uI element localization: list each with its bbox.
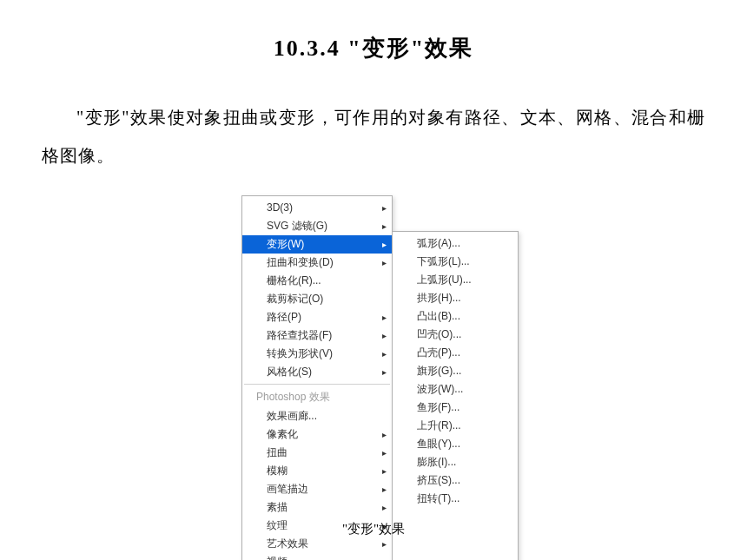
body-text-content: "变形"效果使对象扭曲或变形，可作用的对象有路径、文本、网格、混合和栅格图像。 [42,108,705,165]
menu-item[interactable]: 挤压(S)... [393,471,518,490]
menu-item[interactable]: 画笔描边 [242,480,392,498]
menu-item[interactable]: 下弧形(L)... [393,253,518,271]
figure-caption: "变形"效果 [0,521,747,537]
menu-item[interactable]: 栅格化(R)... [242,272,392,290]
menu-item[interactable]: 拱形(H)... [393,289,518,307]
menu-item[interactable]: 上升(R)... [393,417,518,435]
menu-item[interactable]: 像素化 [242,425,392,444]
menu-item[interactable]: 艺术效果 [242,535,392,553]
menu-item[interactable]: 裁剪标记(O) [242,290,392,308]
menu-item[interactable]: 路径查找器(F) [242,326,392,345]
page-title: 10.3.4 "变形"效果 [0,0,747,63]
menu-item[interactable]: 鱼眼(Y)... [393,435,518,453]
menu-item[interactable]: 鱼形(F)... [393,399,518,417]
menu-item[interactable]: 上弧形(U)... [393,271,518,289]
menu-item[interactable]: 膨胀(I)... [393,453,518,471]
menu-item[interactable]: 凸壳(P)... [393,344,518,362]
menu-item[interactable]: 旗形(G)... [393,362,518,380]
menu-item[interactable]: 扭转(T)... [393,490,518,508]
menu-item[interactable]: 变形(W) [242,235,392,254]
menu-screenshot: 3D(3)SVG 滤镜(G)变形(W)扭曲和变换(D)栅格化(R)...裁剪标记… [241,195,519,560]
body-paragraph: "变形"效果使对象扭曲或变形，可作用的对象有路径、文本、网格、混合和栅格图像。 [0,63,747,175]
menu-item[interactable]: 3D(3) [242,199,392,217]
menu-item[interactable]: 扭曲和变换(D) [242,254,392,272]
menu-item[interactable]: 风格化(S) [242,363,392,381]
menu-left-panel: 3D(3)SVG 滤镜(G)变形(W)扭曲和变换(D)栅格化(R)...裁剪标记… [241,195,393,560]
menu-item[interactable]: 效果画廊... [242,407,392,425]
menu-item[interactable]: 波形(W)... [393,380,518,399]
menu-item[interactable]: 路径(P) [242,308,392,326]
menu-right-panel: 弧形(A)...下弧形(L)...上弧形(U)...拱形(H)...凸出(B).… [392,231,519,560]
menu-item[interactable]: 转换为形状(V) [242,345,392,363]
menu-divider [244,384,390,385]
menu-item[interactable]: 视频 [242,553,392,560]
menu-item[interactable]: 弧形(A)... [393,234,518,253]
menu-item[interactable]: 素描 [242,498,392,517]
menu-item[interactable]: 凹壳(O)... [393,326,518,344]
menu-item[interactable]: SVG 滤镜(G) [242,217,392,235]
menu-section-label: Photoshop 效果 [242,387,392,407]
menu-item[interactable]: 凸出(B)... [393,307,518,326]
menu-item[interactable]: 扭曲 [242,444,392,462]
menu-item[interactable]: 模糊 [242,462,392,480]
